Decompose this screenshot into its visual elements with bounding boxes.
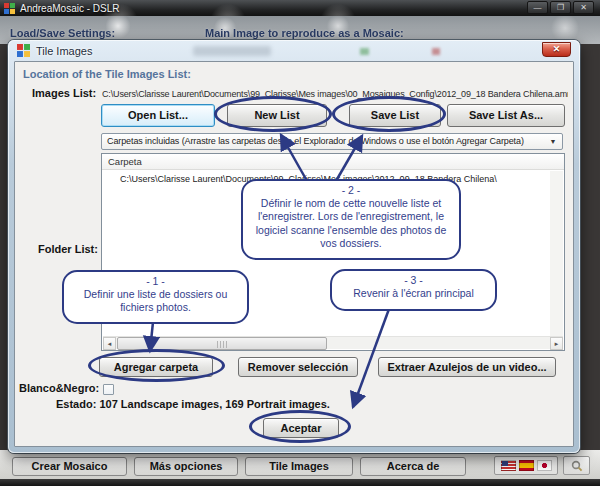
scroll-right-arrow[interactable]: ► [550, 337, 563, 350]
tile-images-button[interactable]: Tile Images [245, 457, 353, 476]
close-icon: ✕ [580, 3, 587, 12]
acerca-de-button[interactable]: Acerca de [360, 457, 466, 476]
app-window-titlebar: AndreaMosaic - DSLR — ❐ ✕ [0, 0, 600, 16]
minimize-icon: — [534, 3, 542, 12]
screen: AndreaMosaic - DSLR — ❐ ✕ Load/Save Sett… [0, 0, 600, 486]
japan-flag-icon[interactable] [537, 460, 552, 471]
callout-step-1: - 1 - Definir une liste de dossiers ou f… [62, 270, 249, 324]
extraer-azulejos-button[interactable]: Extraer Azulejos de un video... [378, 357, 556, 377]
dialog-title: Tile Images [36, 45, 92, 57]
titlebar-glass-reflection [193, 46, 271, 56]
scroll-left-arrow[interactable]: ◄ [103, 337, 116, 350]
status-text: Estado: 107 Landscape images, 169 Portra… [56, 398, 330, 410]
crear-mosaico-button[interactable]: Crear Mosaico [12, 457, 127, 476]
annotation-circle-aceptar [249, 410, 351, 443]
scrollbar-grip [217, 341, 227, 348]
dialog-close-button[interactable]: ✕ [542, 42, 571, 57]
folder-source-combobox[interactable]: Carpetas incluidas (Arrastre las carpeta… [101, 133, 563, 150]
blanco-negro-checkbox[interactable] [103, 384, 114, 395]
annotation-circle-save-list [332, 96, 446, 132]
search-icon [571, 460, 583, 472]
window-bottom-border [0, 479, 600, 486]
tile-images-dialog-icon [17, 44, 30, 57]
section-title: Location of the Tile Images List: [23, 68, 191, 80]
andreamosaic-app-icon [4, 3, 15, 14]
maximize-icon: ❐ [557, 3, 564, 12]
chevron-down-icon: ▼ [546, 135, 560, 148]
callout-3-number: - 3 - [338, 274, 489, 287]
app-window-title: AndreaMosaic - DSLR [20, 3, 119, 14]
spain-flag-icon[interactable] [519, 460, 534, 471]
callout-3-text: Revenir à l'écran principal [338, 287, 489, 300]
callout-2-text: Définir le nom de cette nouvelle liste e… [249, 197, 453, 250]
open-list-button[interactable]: Open List... [101, 104, 215, 127]
close-button[interactable]: ✕ [573, 1, 594, 14]
language-selector[interactable] [494, 456, 558, 475]
list-column-header: Carpeta [102, 154, 564, 170]
horizontal-scrollbar[interactable]: ◄ ► [103, 336, 563, 349]
scrollbar-thumb[interactable] [117, 337, 327, 350]
annotation-circle-new-list [214, 96, 332, 132]
titlebar-glass-reflection [360, 48, 369, 55]
callout-2-number: - 2 - [249, 184, 453, 197]
callout-step-2: - 2 - Définir le nom de cette nouvelle l… [241, 179, 461, 260]
us-flag-icon[interactable] [501, 460, 516, 471]
callout-1-number: - 1 - [70, 275, 241, 288]
images-list-label: Images List: [32, 87, 96, 99]
annotation-circle-agregar-carpeta [88, 349, 225, 382]
titlebar-glass-reflection [432, 48, 440, 55]
images-list-path: C:\Users\Clarisse Laurent\Documents\99_C… [102, 89, 568, 99]
folder-combo-selected-option: Carpetas incluidas (Arrastre las carpeta… [107, 136, 524, 146]
minimize-button[interactable]: — [527, 1, 548, 14]
search-button[interactable] [563, 456, 590, 475]
mas-opciones-button[interactable]: Más opciones [134, 457, 238, 476]
vertical-scrollbar[interactable] [550, 171, 563, 337]
load-save-settings-label: Load/Save Settings: [10, 27, 115, 39]
callout-step-3: - 3 - Revenir à l'écran principal [330, 269, 497, 311]
save-list-as-button[interactable]: Save List As... [447, 104, 565, 127]
blanco-negro-label: Blanco&Negro: [19, 382, 99, 394]
dialog-titlebar: Tile Images ✕ [8, 40, 580, 61]
folder-list-label: Folder List: [38, 243, 98, 255]
maximize-button[interactable]: ❐ [550, 1, 571, 14]
callout-1-text: Definir une liste de dossiers ou fichier… [70, 288, 241, 314]
remover-seleccion-button[interactable]: Remover selección [238, 357, 358, 377]
main-image-label: Main Image to reproduce as a Mosaic: [205, 27, 404, 39]
dialog-close-icon: ✕ [553, 44, 561, 54]
